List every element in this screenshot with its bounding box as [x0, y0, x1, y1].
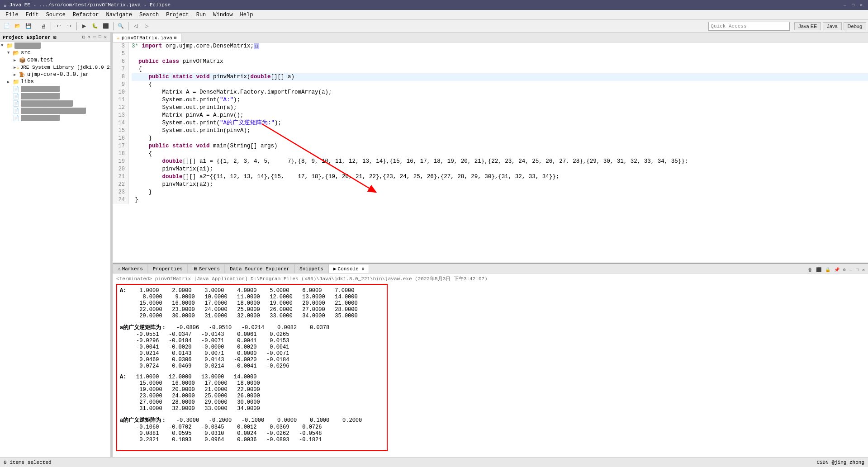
ln24: 24 — [114, 196, 127, 204]
panel-collapse-btn[interactable]: ⊟ — [81, 34, 86, 40]
toolbar-new[interactable]: 📄 — [2, 21, 12, 31]
tab-datasource[interactable]: Data Source Explorer — [225, 264, 294, 273]
panel-menu-btn[interactable]: ▾ — [87, 34, 91, 40]
tree-item-src[interactable]: ▼ 📂 src — [0, 49, 110, 57]
tab-console[interactable]: ▶ Console ⊠ — [328, 264, 369, 273]
tree-label-comtest: com.test — [27, 57, 53, 63]
java-icon: ☕ — [4, 2, 7, 8]
minimize-button[interactable]: — — [842, 2, 848, 8]
tree-item-jre[interactable]: ▶ ☕ JRE System Library [jdk1.8.0_221] — [0, 64, 110, 71]
editor-tab-main[interactable]: ☕ pinvOfMatrix.java ⊠ — [113, 33, 181, 42]
menu-window[interactable]: Window — [209, 11, 236, 19]
menu-file[interactable]: File — [2, 11, 22, 19]
tree-item-b1[interactable]: 📄 ████████████ — [0, 85, 110, 93]
tree-arrow-libs: ▶ — [7, 80, 13, 85]
terminated-line: <terminated> pinvOfMatrix [Java Applicat… — [116, 275, 864, 282]
tab-markers[interactable]: ⚠ Markers — [113, 264, 148, 273]
perspective-javaee[interactable]: Java EE — [794, 22, 821, 30]
menu-search[interactable]: Search — [136, 11, 162, 19]
toolbar-save[interactable]: 💾 — [24, 21, 33, 31]
code-line-21: double[][] a2={{11, 12, 13, 14},{15, 17,… — [132, 173, 868, 181]
console-settings-btn[interactable]: ⚙ — [842, 267, 847, 273]
menu-refactor[interactable]: Refactor — [69, 11, 103, 19]
pinv1-row2: -0.0551 -0.0347 -0.0143 0.0061 0.0265 — [120, 331, 384, 338]
status-right: CSDN @jing_zhong — [816, 460, 864, 465]
console-red-box: A: 1.0000 2.0000 3.0000 4.0000 5.0000 6.… — [116, 284, 388, 451]
console-section-pinv1: a的广义逆矩阵为： -0.0806 -0.0510 -0.0214 0.0082… — [120, 324, 384, 369]
toolbar-run[interactable]: ▶ — [79, 21, 89, 31]
code-content: 3 5 6 7 8 9 10 11 12 13 14 15 16 17 — [113, 42, 868, 204]
ln12: 12 — [114, 104, 127, 112]
ln20: 20 — [114, 165, 127, 173]
code-line-16: } — [132, 135, 868, 142]
code-editor[interactable]: 3 5 6 7 8 9 10 11 12 13 14 15 16 17 — [113, 42, 868, 263]
status-left: 0 items selected — [4, 460, 52, 465]
jar-icon: 🗜 — [19, 71, 26, 78]
console-clear-btn[interactable]: 🗑 — [806, 267, 814, 273]
panel-minimize-btn[interactable]: — — [92, 34, 97, 40]
panel-maximize-btn[interactable]: □ — [98, 34, 102, 40]
toolbar-forward[interactable]: ▷ — [142, 21, 152, 31]
tree-arrow-root: ▼ — [1, 43, 6, 48]
ln11: 11 — [114, 96, 127, 104]
menu-source[interactable]: Source — [43, 11, 69, 19]
main-layout: Project Explorer ⊠ ⊟ ▾ — □ ✕ ▼ 📁 ███████… — [0, 33, 868, 457]
console-minimize-btn[interactable]: — — [848, 267, 854, 273]
close-button[interactable]: ✕ — [858, 2, 864, 8]
perspective-buttons: Java EE Java Debug — [794, 22, 866, 30]
tree-item-ujmp[interactable]: ▶ 🗜 ujmp-core-0.3.0.jar — [0, 71, 110, 78]
a2-row3: 19.0000 20.0000 21.0000 22.0000 — [120, 387, 384, 393]
tree-item-comtest[interactable]: ▶ 📦 com.test — [0, 57, 110, 64]
console-label: Console — [338, 266, 359, 272]
jre-icon: ☕ — [16, 64, 19, 71]
console-maximize-btn[interactable]: □ — [854, 267, 860, 273]
datasource-label: Data Source Explorer — [230, 266, 289, 272]
console-scroll-lock-btn[interactable]: 🔒 — [824, 267, 832, 273]
code-line-9: { — [132, 81, 868, 89]
tab-properties[interactable]: Properties — [148, 264, 188, 273]
pinv1-row5: 0.0214 0.0143 0.0071 0.0000 -0.0071 — [120, 350, 384, 357]
toolbar-search[interactable]: 🔍 — [116, 21, 126, 31]
tree-item-b2[interactable]: 📄 ████████████ — [0, 93, 110, 100]
tree-item-b4[interactable]: 📄 ████████████████████ — [0, 107, 110, 114]
tree-item-libs[interactable]: ▶ 📁 libs — [0, 78, 110, 85]
code-line-22: pinvMatrix(a2); — [132, 181, 868, 189]
project-explorer-title: Project Explorer ⊠ — [3, 34, 57, 40]
markers-icon: ⚠ — [118, 266, 121, 272]
servers-label: Servers — [199, 266, 220, 272]
toolbar-back[interactable]: ◁ — [131, 21, 141, 31]
console-area[interactable]: <terminated> pinvOfMatrix [Java Applicat… — [113, 274, 868, 457]
tree-item-b3[interactable]: 📄 ████████████████ — [0, 100, 110, 107]
toolbar-open[interactable]: 📂 — [13, 21, 23, 31]
toolbar-stop[interactable]: ⬛ — [101, 21, 111, 31]
tree-item-root[interactable]: ▼ 📁 ████████ — [0, 42, 110, 49]
console-pin-btn[interactable]: 📌 — [833, 267, 841, 273]
quick-access-input[interactable]: Quick Access — [708, 22, 790, 31]
toolbar-debug[interactable]: 🐛 — [90, 21, 100, 31]
console-content-wrapper: A: 1.0000 2.0000 3.0000 4.0000 5.0000 6.… — [116, 284, 864, 451]
console-close-btn[interactable]: ✕ — [861, 267, 866, 273]
maximize-button[interactable]: ❐ — [850, 2, 856, 8]
tree-item-b5[interactable]: 📄 ████████████ — [0, 114, 110, 122]
ln19: 19 — [114, 158, 127, 165]
menu-edit[interactable]: Edit — [22, 11, 43, 19]
tree-label-b2: ████████████ — [21, 93, 60, 99]
code-line-11: System.out.print("A:"); — [132, 96, 868, 104]
toolbar-redo[interactable]: ↪ — [64, 21, 74, 31]
menu-run[interactable]: Run — [193, 11, 210, 19]
perspective-debug[interactable]: Debug — [844, 22, 866, 30]
panel-close-btn[interactable]: ✕ — [103, 34, 108, 40]
code-line-14: System.out.print("A的广义逆矩阵为:"); — [132, 119, 868, 127]
right-area: ☕ pinvOfMatrix.java ⊠ 3 5 6 7 8 9 10 — [113, 33, 868, 457]
libs-icon: 📁 — [13, 79, 20, 85]
perspective-java[interactable]: Java — [823, 22, 841, 30]
tab-servers[interactable]: 🖥 Servers — [188, 264, 225, 273]
console-terminate-btn[interactable]: ⬛ — [815, 267, 823, 273]
tab-console-close[interactable]: ⊠ — [362, 266, 364, 271]
menu-navigate[interactable]: Navigate — [102, 11, 136, 19]
menu-help[interactable]: Help — [237, 11, 257, 19]
toolbar-undo[interactable]: ↩ — [53, 21, 63, 31]
tab-snippets[interactable]: Snippets — [294, 264, 328, 273]
menu-project[interactable]: Project — [162, 11, 192, 19]
toolbar-print[interactable]: 🖨 — [38, 21, 48, 31]
